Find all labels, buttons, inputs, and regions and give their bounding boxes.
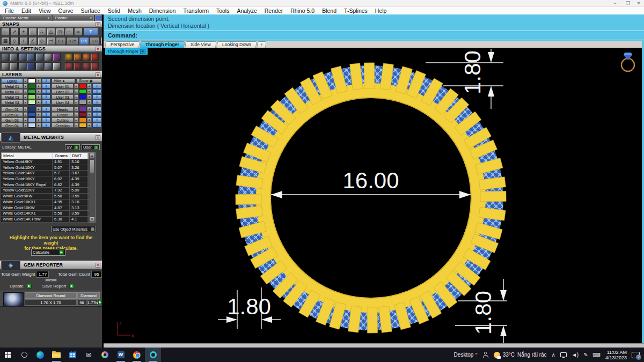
layer-visibility-toggle[interactable]: I — [42, 123, 50, 128]
layer-visibility-toggle[interactable]: I — [92, 117, 101, 122]
menu-surface[interactable]: Surface — [77, 8, 104, 14]
info-tool-0-6[interactable] — [53, 53, 61, 61]
layer-lock-icon[interactable] — [87, 94, 92, 99]
word-icon[interactable]: W — [113, 348, 129, 362]
layer-visibility-toggle[interactable]: I — [42, 112, 50, 117]
layer-expand-icon[interactable]: ▸ — [74, 123, 78, 128]
layer-expand-icon[interactable]: ▸ — [24, 107, 28, 112]
menu-transform[interactable]: Transform — [179, 8, 212, 14]
grid-settings-button[interactable]: # — [100, 37, 102, 45]
menu-analyze[interactable]: Analyze — [233, 8, 260, 14]
layer-expand-icon[interactable]: ▸ — [74, 112, 78, 117]
layer-lock-icon[interactable] — [87, 84, 92, 88]
info-tool-1-5[interactable] — [44, 62, 52, 70]
menu-rhino-5-0[interactable]: Rhino 5.0 — [287, 8, 318, 14]
mail-icon[interactable]: ✉ — [80, 348, 97, 362]
layer-name[interactable]: Gem 02 — [1, 112, 23, 117]
layer-color-swatch[interactable] — [79, 107, 86, 112]
matrix-app-icon[interactable] — [145, 348, 161, 362]
pen-icon[interactable]: ✎ — [583, 352, 588, 358]
layer-visibility-toggle[interactable]: I — [42, 89, 50, 94]
layer-color-swatch[interactable] — [79, 89, 86, 94]
use-object-materials-select[interactable]: Use Object Materials — [51, 226, 96, 232]
close-icon[interactable]: ✕ — [96, 22, 100, 27]
layer-expand-icon[interactable]: ▸ — [24, 89, 28, 94]
tab-side-view[interactable]: Side View — [185, 41, 216, 48]
layer-visibility-toggle[interactable]: I — [42, 84, 50, 88]
snap-button-2[interactable]: + — [19, 28, 28, 36]
collapse-handle[interactable]: ▲ — [45, 279, 57, 282]
add-viewport-tab[interactable]: + — [257, 41, 267, 48]
user-toggle-button[interactable]: UserI — [82, 144, 100, 150]
calculate-button[interactable]: Calculate ▶ — [31, 249, 65, 256]
menu-help[interactable]: Help — [371, 8, 391, 14]
info-tool-0-0[interactable] — [1, 53, 9, 61]
layer-color-swatch[interactable] — [28, 100, 35, 105]
layer-expand-icon[interactable]: ▸ — [74, 94, 78, 99]
update-run-icon[interactable]: ▶ — [27, 284, 32, 289]
people-icon[interactable] — [482, 352, 489, 358]
layer-visibility-toggle[interactable]: I — [42, 94, 50, 99]
gem-summary-card[interactable]: Diamond Round Diamond 1.70 X 1.70 96 1.7… — [0, 291, 102, 307]
start-button[interactable] — [0, 348, 16, 362]
show-button[interactable]: Show ◉ — [77, 78, 101, 83]
save-run-icon[interactable]: ▶ — [69, 284, 74, 289]
layer-color-swatch[interactable] — [28, 84, 35, 88]
table-row[interactable]: Yellow Gold:10KY5.073.26 — [1, 165, 89, 171]
weather-widget[interactable]: 33°C Nắng rải rác — [494, 352, 547, 358]
clock[interactable]: 11:02 AM 4/13/2023 — [605, 350, 627, 360]
info-tool-0-4[interactable] — [35, 53, 43, 61]
menu-solid[interactable]: Solid — [104, 8, 124, 14]
grid-step-0.25[interactable]: 0.25 — [67, 37, 78, 45]
layer-expand-icon[interactable]: ▸ — [74, 89, 78, 94]
snap-tool-2[interactable]: / — [19, 37, 28, 45]
layer-name[interactable]: Metal 04 — [1, 100, 23, 105]
layer-name[interactable]: User 04 — [52, 100, 74, 105]
layer-name[interactable]: Finger — [52, 112, 74, 117]
info-tool-0-3[interactable] — [27, 53, 35, 61]
layer-lock-icon[interactable] — [87, 89, 92, 94]
layer-visibility-toggle[interactable]: I — [92, 84, 101, 88]
table-row[interactable]: White Gold:14K PdW6.384.1 — [1, 217, 89, 223]
layer-color-swatch[interactable] — [79, 84, 86, 88]
snap-tool-0[interactable]: ▦ — [1, 37, 10, 45]
snap-button-7[interactable]: − — [65, 28, 74, 36]
layer-lock-icon[interactable] — [36, 107, 41, 112]
layer-lock-icon[interactable] — [87, 107, 92, 112]
layer-visibility-toggle[interactable]: I — [92, 94, 101, 99]
info-tool-1-1[interactable] — [10, 62, 18, 70]
volume-icon[interactable]: ◄) — [572, 352, 579, 358]
info-tool-0-2[interactable] — [18, 53, 26, 61]
maximize-button[interactable]: ❐ — [624, 0, 632, 6]
info-action-0-3[interactable] — [91, 53, 99, 61]
layer-name[interactable]: Gem 03 — [1, 117, 23, 122]
microsoft-store-icon[interactable] — [64, 348, 80, 362]
material-color-swatch[interactable] — [95, 15, 101, 21]
table-scrollbar[interactable]: ▲ ▼ — [89, 152, 96, 223]
menu-dimension[interactable]: Dimension — [145, 8, 180, 14]
layer-visibility-toggle[interactable]: I — [42, 117, 50, 122]
update-button[interactable]: Update — [10, 283, 24, 290]
photos-icon[interactable] — [97, 348, 113, 362]
edge-browser-icon[interactable] — [32, 348, 48, 362]
layer-lock-icon[interactable] — [87, 112, 92, 117]
ring-model-canvas[interactable]: 16.001.801.801.80zx — [104, 48, 644, 343]
layer-color-swatch[interactable] — [79, 112, 86, 117]
layer-expand-icon[interactable]: ▸ — [24, 84, 28, 88]
layer-lock-icon[interactable] — [36, 78, 41, 83]
layer-lock-icon[interactable] — [36, 123, 41, 128]
close-icon[interactable]: ✕ — [96, 72, 100, 77]
info-tool-1-3[interactable] — [27, 62, 35, 70]
search-icon[interactable] — [16, 348, 32, 362]
snap-button-0[interactable]: ∟ — [1, 28, 10, 36]
snap-tool-1[interactable]: ◇ — [10, 37, 19, 45]
layer-visibility-toggle[interactable]: I — [92, 100, 101, 105]
layer-name[interactable]: User 02 — [52, 89, 74, 94]
layer-lock-icon[interactable] — [36, 94, 41, 99]
layer-color-swatch[interactable] — [28, 117, 35, 122]
snap-tool-5[interactable]: ⊣ — [47, 37, 55, 45]
network-icon[interactable] — [560, 352, 567, 357]
desktop-label[interactable]: Desktop — [454, 352, 474, 358]
layer-expand-icon[interactable]: ▸ — [24, 100, 28, 105]
info-tool-1-2[interactable] — [18, 62, 26, 70]
